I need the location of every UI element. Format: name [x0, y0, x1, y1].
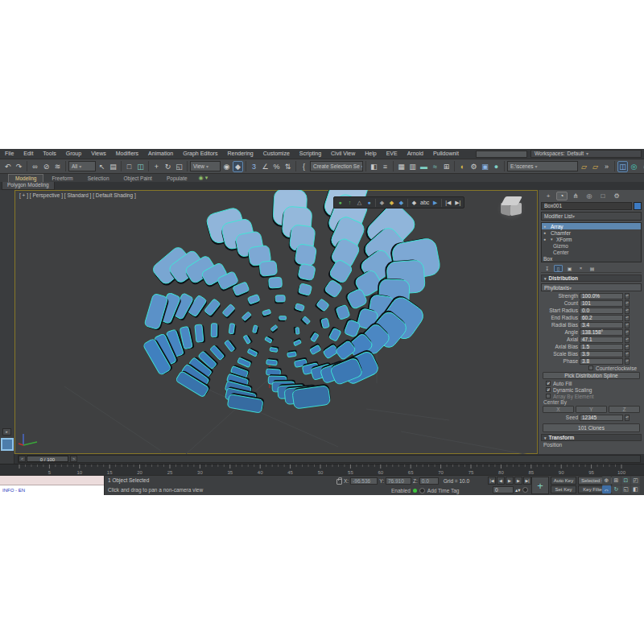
named-selection-sets-dropdown[interactable]: Create Selection Se: [310, 161, 363, 171]
menu-help[interactable]: Help: [360, 149, 381, 159]
ribbon-tab-modeling[interactable]: Modeling: [8, 174, 43, 183]
array-clone-box[interactable]: [297, 283, 312, 297]
set-key-button[interactable]: Set Key: [551, 485, 576, 493]
seed-field[interactable]: 12345: [580, 415, 623, 421]
render-setup-icon[interactable]: ⚙: [469, 161, 479, 172]
array-clone-box[interactable]: [266, 357, 279, 365]
edit-named-selection-sets-icon[interactable]: {: [299, 161, 309, 172]
array-clone-box[interactable]: [300, 316, 311, 326]
rectangular-selection-icon[interactable]: □: [124, 161, 134, 172]
select-and-scale-icon[interactable]: ◱: [174, 161, 184, 172]
window-crossing-icon[interactable]: ◫: [135, 161, 146, 172]
fov-icon[interactable]: ◱: [621, 485, 630, 493]
play-icon[interactable]: ▶: [506, 477, 514, 485]
pick-distribution-spline-button[interactable]: Pick Distribution Spline: [543, 372, 640, 379]
mute-toggle-icon[interactable]: [419, 488, 425, 493]
lamp-icon[interactable]: △: [355, 198, 364, 208]
strength-field[interactable]: 100.0%: [580, 293, 623, 299]
layer-explorer-icon[interactable]: ▥: [407, 161, 418, 172]
array-clone-box[interactable]: [258, 261, 278, 279]
array-clone-box[interactable]: [309, 331, 320, 342]
track-bar[interactable]: 5101520253035404550556065707580859095100: [0, 464, 644, 475]
array-clone-box[interactable]: [294, 326, 299, 334]
array-clone-box[interactable]: [252, 325, 259, 334]
spinner-icon[interactable]: ▴▾: [625, 293, 630, 299]
selection-filter-dropdown[interactable]: All: [68, 161, 96, 171]
array-clone-box[interactable]: [221, 304, 237, 320]
zoom-extents-icon[interactable]: ⊡: [621, 477, 630, 485]
render-production-icon[interactable]: ●: [491, 161, 502, 172]
zoom-region-icon[interactable]: ◰: [631, 477, 640, 485]
center-axis-button-x[interactable]: X: [543, 406, 574, 413]
array-clone-box[interactable]: [229, 324, 237, 336]
array-clone-box[interactable]: [309, 343, 322, 355]
stack-item-center[interactable]: Center: [542, 249, 641, 255]
y-field[interactable]: 76.910: [386, 477, 411, 485]
menu-tools[interactable]: Tools: [38, 149, 60, 159]
spinner-icon[interactable]: ▴▾: [625, 308, 630, 314]
param-field-axial-bias[interactable]: 1.5: [580, 344, 623, 350]
z-field[interactable]: 0.0: [419, 477, 439, 485]
center-axis-button-y[interactable]: Y: [576, 406, 607, 413]
select-and-link-icon[interactable]: ∞: [30, 161, 40, 172]
current-frame-field[interactable]: 0: [493, 486, 514, 493]
param-field-count[interactable]: 101: [580, 300, 623, 307]
stack-item-chamfer[interactable]: ●Chamfer: [542, 229, 641, 236]
save-scene-icon[interactable]: ◫: [617, 161, 628, 172]
remove-modifier-icon[interactable]: ×: [576, 265, 585, 272]
viewport-label[interactable]: [ + ] [ Perspective ] [ Standard ] [ Def…: [19, 192, 136, 198]
menu-group[interactable]: Group: [61, 149, 86, 159]
go-to-end-icon[interactable]: ▶|: [523, 477, 531, 485]
array-clone-box[interactable]: [270, 325, 279, 334]
menu-views[interactable]: Views: [86, 149, 111, 159]
open-folder-icon[interactable]: ▱: [590, 161, 601, 172]
modifier-list-dropdown[interactable]: Modifier List: [541, 212, 642, 221]
checkbox-dynamic-scaling[interactable]: [546, 387, 551, 392]
ribbon-tab-selection[interactable]: Selection: [81, 175, 116, 182]
play-preview-icon[interactable]: ▶: [431, 198, 440, 208]
menu-edit[interactable]: Edit: [19, 149, 38, 159]
key-mode-toggle-icon[interactable]: [522, 487, 528, 493]
show-end-result-icon[interactable]: ▯: [554, 265, 563, 272]
abc-label-icon[interactable]: abc: [419, 198, 430, 208]
pin-stack-icon[interactable]: ↧: [543, 265, 551, 272]
array-clone-box[interactable]: [246, 294, 260, 306]
modifier-toggle-icon[interactable]: ●: [543, 237, 549, 242]
display-selected-icon[interactable]: ◌: [640, 161, 644, 172]
angle-snap-icon[interactable]: ∠: [260, 161, 270, 172]
maximize-viewport-icon[interactable]: ◧: [631, 485, 640, 493]
select-and-manipulate-icon[interactable]: ◆: [233, 161, 243, 172]
pan-icon[interactable]: ⇔: [602, 485, 611, 493]
menu-eve[interactable]: EVE: [382, 149, 402, 159]
unlink-selection-icon[interactable]: ⊘: [41, 161, 52, 172]
param-field-start-radius[interactable]: 0.0: [580, 308, 623, 314]
ribbon-tab-freeform[interactable]: Freeform: [45, 175, 79, 182]
isolate-selection-icon[interactable]: ◎: [629, 161, 639, 172]
tab-motion[interactable]: ◎: [584, 192, 595, 200]
bind-to-space-warp-icon[interactable]: ≋: [52, 161, 63, 172]
array-clone-box[interactable]: [237, 356, 253, 368]
array-clone-box[interactable]: [328, 326, 342, 341]
view-cube[interactable]: [493, 192, 530, 224]
select-and-move-icon[interactable]: +: [151, 161, 162, 172]
tab-utilities[interactable]: ⚙: [611, 192, 622, 200]
menu-civil-view[interactable]: Civil View: [326, 149, 360, 159]
modifier-toggle-icon[interactable]: ●: [543, 230, 549, 235]
spinner-icon[interactable]: ▴▾: [625, 300, 630, 307]
spinner-snap-icon[interactable]: ⇅: [283, 161, 293, 172]
param-field-radial-bias[interactable]: 3.4: [580, 322, 623, 328]
material-editor-icon[interactable]: ◐: [457, 161, 468, 172]
mini-curve-toggle[interactable]: [0, 454, 14, 464]
menu-pulldownit[interactable]: Pulldownit: [428, 149, 464, 159]
tab-create[interactable]: +: [543, 192, 554, 200]
array-clone-box[interactable]: [211, 324, 219, 338]
align-icon[interactable]: ≡: [380, 161, 390, 172]
array-clone-box[interactable]: [293, 303, 304, 312]
clones-button[interactable]: 101 Clones: [543, 423, 640, 432]
listener-macro-line[interactable]: [0, 476, 104, 485]
menu-file[interactable]: File: [0, 149, 19, 159]
param-field-angle[interactable]: 138.158°: [580, 329, 623, 336]
param-field-end-radius[interactable]: 60.2: [580, 315, 623, 321]
stack-item-box[interactable]: Box: [542, 255, 641, 262]
create-key-button[interactable]: +: [531, 477, 549, 494]
